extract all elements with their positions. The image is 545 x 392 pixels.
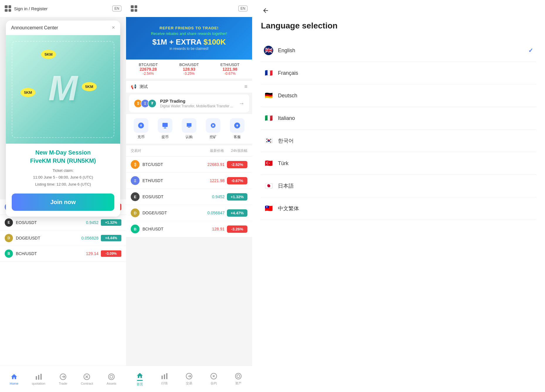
lang-item-italian[interactable]: Italiano xyxy=(261,107,536,130)
lang-name-italian: Italiano xyxy=(278,115,533,121)
market-row-eos[interactable]: E EOS/USDT 0.9452 +1.32% xyxy=(126,189,252,205)
p2p-card[interactable]: ₿ Ξ ₮ P2P Trading Digital Wallet Transfe… xyxy=(129,94,249,112)
language-badge-left[interactable]: EN xyxy=(112,6,121,11)
deposit-icon xyxy=(134,118,148,133)
mid-nav-trade[interactable]: 交易 xyxy=(185,372,193,386)
left-bottom-nav: Home quotation Trade Contract Assets xyxy=(0,366,126,392)
left-header: Sign in / Register EN xyxy=(0,0,126,17)
m-logo: M xyxy=(48,68,78,108)
market-price-btc: 22683.91 xyxy=(198,162,225,167)
market-row-doge[interactable]: D DOGE/USDT 0.056847 +4.47% xyxy=(126,205,252,221)
back-button[interactable] xyxy=(261,6,270,15)
svg-rect-11 xyxy=(166,373,167,379)
mid-nav-assets[interactable]: 资产 xyxy=(235,372,242,386)
market-pair-btc: BTC/USDT xyxy=(142,162,198,167)
left-bg-list: Ξ ETH/USDT 1224.65 -0.45% E EOS/USDT 0.9… xyxy=(0,199,126,392)
nav-home[interactable]: Home xyxy=(10,373,18,385)
ticker-item-btc[interactable]: BTC/USDT 22679.28 -2.54% xyxy=(131,62,166,76)
mid-home-icon xyxy=(136,372,144,379)
market-price-eth: 1221.98 xyxy=(198,178,225,183)
list-item[interactable]: E EOS/USDT 0.9452 +1.32% xyxy=(0,215,126,230)
nav-assets[interactable]: Assets xyxy=(107,373,116,385)
announce-icon: 📢 xyxy=(131,84,137,89)
ticker-price-btc: 22679.28 xyxy=(131,67,166,72)
language-list: English ✓ Français Deutsch Italiano 한국어 … xyxy=(261,39,536,220)
nav-home-label: Home xyxy=(10,382,18,385)
market-change-doge: +4.47% xyxy=(227,209,247,217)
join-now-button[interactable]: Join now xyxy=(12,194,114,211)
flag-uk xyxy=(264,46,273,55)
mid-nav-market[interactable]: 行情 xyxy=(161,372,168,386)
language-badge-mid[interactable]: EN xyxy=(238,6,247,11)
pair-label: BCH/USDT xyxy=(16,251,75,256)
ticker-item-eth[interactable]: ETH/USDT 1221.98 -0.67% xyxy=(213,62,247,76)
lang-name-german: Deutsch xyxy=(278,93,533,99)
sign-in-link[interactable]: Sign in / Register xyxy=(14,6,47,11)
market-price-doge: 0.056847 xyxy=(198,211,225,215)
language-selection-title: Language selection xyxy=(261,21,536,30)
announce-menu-icon[interactable]: ≡ xyxy=(244,84,247,90)
badge-5km-right: 5KM xyxy=(82,82,97,91)
action-subscribe[interactable]: 认购 xyxy=(182,118,196,140)
tether-coin-icon: ₮ xyxy=(148,99,157,108)
market-row-btc[interactable]: ₿ BTC/USDT 22683.91 -2.52% xyxy=(126,157,252,173)
action-withdraw-label: 提币 xyxy=(162,135,169,140)
lang-name-japanese: 日本語 xyxy=(278,182,533,189)
market-pair-bch: BCH/USDT xyxy=(142,227,198,231)
ticker-pair-bch: BCH/USDT xyxy=(172,62,206,67)
svg-point-15 xyxy=(237,375,240,378)
svg-rect-10 xyxy=(164,374,165,379)
lang-item-korean[interactable]: 한국어 xyxy=(261,130,536,152)
list-item[interactable]: D DOGE/USDT 0.056828 +4.44% xyxy=(0,230,126,246)
lang-item-english[interactable]: English ✓ xyxy=(261,39,536,62)
svg-rect-0 xyxy=(36,376,37,380)
nav-quotation[interactable]: quotation xyxy=(32,373,45,385)
grid-icon xyxy=(5,5,11,12)
flag-tr xyxy=(264,159,273,168)
mid-nav-contract[interactable]: 合约 xyxy=(210,372,218,386)
ticker-item-bch[interactable]: BCH/USDT 128.93 -3.25% xyxy=(172,62,206,76)
mid-nav-trade-label: 交易 xyxy=(186,381,192,386)
grid-icon-mid xyxy=(131,5,137,12)
market-row-bch[interactable]: B BCH/USDT 128.91 -3.26% xyxy=(126,221,252,237)
btc-icon: ₿ xyxy=(131,160,140,169)
mine-icon xyxy=(206,118,220,133)
ticker-change-btc: -2.54% xyxy=(131,72,166,76)
lang-item-chinese-trad[interactable]: 中文繁体 xyxy=(261,197,536,220)
change-badge: +1.32% xyxy=(101,219,121,226)
list-item[interactable]: B BCH/USDT 129.14 -3.09% xyxy=(0,246,126,262)
banner-line3: $1M + EXTRA $100K xyxy=(152,38,226,47)
mid-nav-home[interactable]: 首页 xyxy=(136,372,144,386)
action-withdraw[interactable]: 提币 xyxy=(158,118,172,140)
lang-name-korean: 한국어 xyxy=(278,137,533,144)
nav-contract[interactable]: Contract xyxy=(81,373,93,385)
market-row-eth[interactable]: Ξ ETH/USDT 1221.98 -0.67% xyxy=(126,173,252,189)
announcement-title: New M-Day SessionFiveKM RUN (RUN5KM) xyxy=(12,148,114,165)
lang-item-french[interactable]: Français xyxy=(261,62,536,84)
modal-content: 5KM M 5KM 5KM New M-Day SessionFiveKM RU… xyxy=(6,35,120,211)
nav-assets-label: Assets xyxy=(107,382,116,385)
market-change-eth: -0.67% xyxy=(227,177,247,184)
lang-name-chinese-trad: 中文繁体 xyxy=(278,205,533,212)
action-deposit[interactable]: 充币 xyxy=(134,118,148,140)
modal-close-button[interactable]: × xyxy=(112,25,115,31)
ticker-pair-btc: BTC/USDT xyxy=(131,62,166,67)
pair-label: DOGE/USDT xyxy=(16,236,75,240)
ticker-change-bch: -3.25% xyxy=(172,72,206,76)
right-panel: Language selection English ✓ Français De… xyxy=(252,0,545,392)
lang-item-german[interactable]: Deutsch xyxy=(261,84,536,107)
nav-trade[interactable]: Trade xyxy=(59,373,67,385)
bch-icon: B xyxy=(5,250,13,258)
banner: REFER FRIENDS TO TRADE! Receive rebates … xyxy=(126,17,252,60)
flag-kr xyxy=(264,136,273,145)
action-service[interactable]: 客服 xyxy=(230,118,245,140)
lang-check-english: ✓ xyxy=(528,47,533,54)
lang-item-japanese[interactable]: 日本語 xyxy=(261,175,536,197)
lang-item-turkish[interactable]: Türk xyxy=(261,152,536,175)
action-mine[interactable]: 挖矿 xyxy=(206,118,220,140)
badge-5km-top: 5KM xyxy=(41,50,56,59)
pair-label: EOS/USDT xyxy=(16,220,75,225)
ticker-bar: BTC/USDT 22679.28 -2.54% BCH/USDT 128.93… xyxy=(126,60,252,79)
lang-name-english: English xyxy=(278,47,528,54)
mid-market-icon xyxy=(161,372,168,380)
